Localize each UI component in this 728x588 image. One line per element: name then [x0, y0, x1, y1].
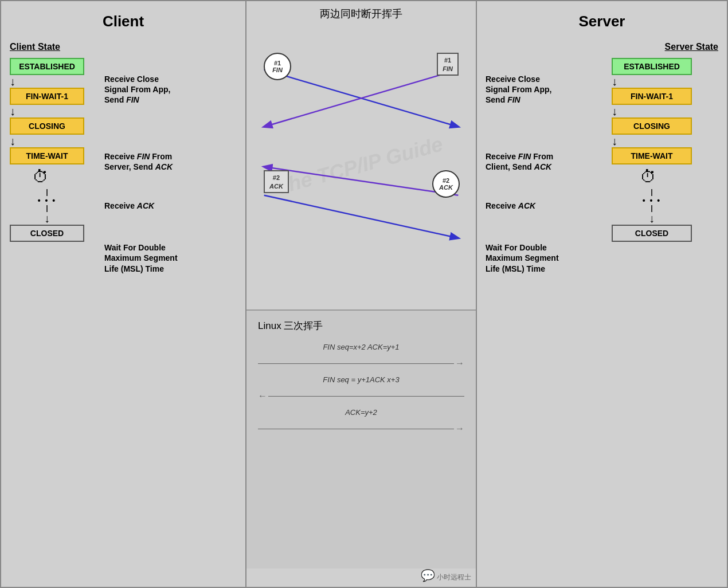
- linux-section: Linux 三次挥手 FIN seq=x+2 ACK=y+1 → FIN seq…: [246, 311, 476, 569]
- client-packet-fin: #1 FIN: [264, 53, 291, 80]
- client-dotted-line: • • • ↓: [10, 189, 84, 225]
- server-desc-send-fin: Receive CloseSignal From App,Send FIN: [486, 74, 606, 105]
- client-state-established: ESTABLISHED: [10, 58, 84, 75]
- arrow2: ↓: [10, 105, 15, 117]
- server-state-label: Server State: [486, 42, 718, 52]
- server-arrow4: ↓: [649, 212, 655, 225]
- server-state-fin-wait-1: FIN-WAIT-1: [612, 88, 692, 105]
- client-panel: Client Client State ESTABLISHED ↓ FIN-WA…: [0, 0, 246, 588]
- server-desc-wait-msl: Wait For DoubleMaximum SegmentLife (MSL)…: [486, 242, 606, 274]
- server-packet-fin: #1 FIN: [437, 53, 459, 76]
- client-state-time-wait: TIME-WAIT: [10, 147, 84, 164]
- client-state-closed: CLOSED: [10, 225, 84, 242]
- server-packet-ack: #2 ACK: [432, 170, 460, 198]
- client-heading: Client: [10, 13, 237, 30]
- server-desc-receive-ack: Receive ACK: [486, 201, 606, 211]
- server-state-closing: CLOSING: [612, 117, 692, 135]
- client-state-closing: CLOSING: [10, 117, 84, 135]
- arrow1: ↓: [10, 75, 15, 88]
- arrow4: ↓: [44, 212, 50, 225]
- client-desc-receive-fin: Receive FIN FromServer, Send ACK: [104, 151, 178, 172]
- wechat-area: 💬 小时远程士: [421, 569, 471, 582]
- client-desc-send-fin: Receive CloseSignal From App,Send FIN: [104, 74, 178, 105]
- server-arrow3: ↓: [612, 135, 617, 147]
- arrow3: ↓: [10, 135, 15, 147]
- server-heading: Server: [486, 13, 718, 30]
- linux-arrow1-text: FIN seq=x+2 ACK=y+1: [258, 343, 464, 351]
- server-timer-icon: ⏱: [640, 167, 656, 186]
- server-state-established: ESTABLISHED: [612, 58, 692, 75]
- client-packet-ack: #2 ACK: [264, 170, 289, 193]
- server-state-time-wait: TIME-WAIT: [612, 147, 692, 164]
- server-arrow1: ↓: [612, 75, 617, 88]
- server-dotted-line: • • • ↓: [612, 189, 692, 225]
- client-state-label: Client State: [10, 42, 237, 52]
- client-desc-wait-msl: Wait For DoubleMaximum SegmentLife (MSL)…: [104, 242, 178, 274]
- client-state-fin-wait-1: FIN-WAIT-1: [10, 88, 84, 105]
- client-timer-icon: ⏱: [33, 167, 49, 186]
- linux-arrow3-text: ACK=y+2: [258, 408, 464, 417]
- linux-title: Linux 三次挥手: [258, 319, 464, 332]
- server-state-closed: CLOSED: [612, 225, 692, 242]
- server-desc-receive-fin: Receive FIN FromClient, Send ACK: [486, 151, 606, 172]
- linux-arrow2-text: FIN seq = y+1ACK x+3: [258, 375, 464, 384]
- svg-line-4: [264, 195, 459, 238]
- server-panel: Server Server State Receive CloseSignal …: [476, 0, 728, 588]
- middle-top: 两边同时断开挥手 The TCP/IP Guide: [246, 1, 476, 311]
- main-container: Client Client State ESTABLISHED ↓ FIN-WA…: [0, 0, 728, 588]
- arrows-svg: The TCP/IP Guide: [246, 1, 476, 309]
- server-arrow2: ↓: [612, 105, 617, 117]
- middle-panel: 两边同时断开挥手 The TCP/IP Guide: [246, 0, 476, 588]
- client-desc-receive-ack: Receive ACK: [104, 201, 178, 211]
